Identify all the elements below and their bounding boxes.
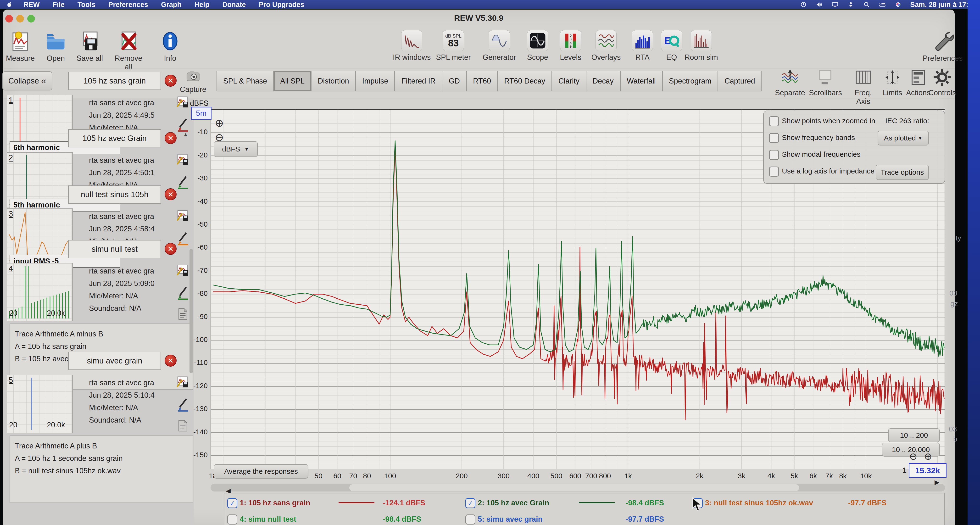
measurement-title: simu null test — [92, 245, 138, 254]
tab-all-spl[interactable]: All SPL — [274, 71, 311, 91]
save-graph-icon[interactable] — [176, 96, 191, 110]
zoom-out-icon[interactable]: ⊖ — [909, 451, 920, 462]
zoom-button[interactable] — [27, 15, 35, 22]
actions-icon — [909, 68, 928, 87]
option-checkbox[interactable] — [769, 167, 779, 177]
toolbar-button-levels[interactable]: 0369Levels — [550, 30, 591, 66]
save-graph-icon[interactable] — [176, 264, 191, 278]
legend-checkbox[interactable] — [227, 514, 237, 525]
toolbar-button-room-sim[interactable]: Room sim — [681, 30, 722, 66]
option-checkbox[interactable] — [769, 116, 779, 126]
legend-checkbox[interactable]: ✓ — [465, 498, 476, 508]
edit-pencil-icon[interactable] — [176, 397, 191, 412]
thumb-xmin-label: 20 — [9, 421, 28, 429]
legend-checkbox[interactable]: ✓ — [227, 498, 237, 508]
remove-measurement-button[interactable]: ✕ — [165, 188, 177, 200]
background-artifact-text: b — [953, 435, 957, 444]
x-axis-tick: 800 — [599, 472, 611, 480]
option-label: Use a log axis for impedance — [782, 167, 868, 176]
edit-pencil-icon[interactable] — [176, 117, 191, 132]
y-unit-dropdown[interactable]: dBFS ▼ — [214, 141, 258, 157]
x-axis-tick: 500 — [550, 472, 562, 480]
save-graph-icon[interactable] — [176, 153, 191, 167]
edit-pencil-icon[interactable] — [176, 231, 191, 245]
background-artifact-text: gz — [950, 299, 958, 308]
scroll-right-icon[interactable]: ▶ — [935, 479, 942, 486]
toolbar-button-ir-windows[interactable]: IR windows — [391, 30, 432, 66]
toolbar-button-open[interactable]: Open — [38, 30, 74, 66]
toolbar-label: Info — [164, 54, 177, 63]
edit-pencil-icon[interactable] — [176, 285, 191, 300]
info-icon — [159, 30, 181, 52]
graph-toolbar-freq-axis[interactable]: Freq. Axis — [851, 68, 876, 98]
average-responses-button[interactable]: Average the responses — [214, 464, 309, 479]
measurement-detail-line: rta sans et avec gra — [89, 379, 175, 389]
toolbar-button-info[interactable]: Info — [152, 30, 188, 66]
legend-checkbox[interactable] — [465, 514, 476, 525]
close-button[interactable] — [5, 15, 13, 22]
toolbar-button-generator[interactable]: Generator — [479, 30, 520, 66]
y-unit-value: dBFS — [222, 145, 240, 153]
minimize-button[interactable] — [16, 15, 24, 22]
toolbar-button-preferences[interactable]: Preferences — [919, 30, 967, 66]
graph-toolbar-separate[interactable]: Separate — [768, 68, 811, 98]
iec-ratio-dropdown[interactable]: As plotted ▼ — [878, 130, 929, 145]
tab-spl-phase[interactable]: SPL & Phase — [216, 71, 274, 91]
tab-decay[interactable]: Decay — [586, 71, 620, 91]
remove-measurement-button[interactable]: ✕ — [165, 75, 177, 87]
toolbar-button-measure[interactable]: Measure — [2, 30, 38, 66]
tab-rt60[interactable]: RT60 — [466, 71, 497, 91]
save-graph-icon[interactable] — [176, 376, 191, 390]
trace-options-button[interactable]: Trace options — [876, 165, 929, 180]
capture-button[interactable]: Capture — [178, 68, 208, 97]
tab-gd[interactable]: GD — [442, 71, 466, 91]
tab-captured[interactable]: Captured — [718, 71, 762, 91]
cursor-freq-readout: 15.32k — [909, 463, 947, 477]
toolbar-button-overlays[interactable]: Overlays — [586, 30, 626, 66]
toolbar-button-spl-meter[interactable]: dB SPL83SPL meter — [433, 30, 474, 66]
tab-waterfall[interactable]: Waterfall — [620, 71, 662, 91]
option-checkbox[interactable] — [769, 150, 779, 160]
notes-icon[interactable] — [176, 419, 191, 434]
graph-toolbar-limits[interactable]: Limits — [880, 68, 905, 98]
measurement-name-field[interactable]: 105 hz sans grain — [68, 72, 161, 90]
remove-measurement-button[interactable]: ✕ — [165, 355, 177, 367]
toolbar-button-save-all[interactable]: Save all — [72, 30, 108, 66]
tab-filtered-ir[interactable]: Filtered IR — [395, 71, 442, 91]
tab-rt60-decay[interactable]: RT60 Decay — [497, 71, 552, 91]
h-scrollbar-thumb[interactable] — [349, 484, 799, 491]
measurement-number: 4 — [9, 264, 18, 274]
tab-clarity[interactable]: Clarity — [552, 71, 586, 91]
collapse-button[interactable]: Collapse « — [2, 71, 52, 91]
tab-spectrogram[interactable]: Spectrogram — [662, 71, 718, 91]
toolbar-button-remove-all[interactable]: Remove all — [111, 30, 146, 66]
notes-icon[interactable] — [176, 307, 191, 322]
measurement-name-field[interactable]: null test sinus 105h — [68, 185, 161, 204]
capture-label: Capture — [180, 85, 206, 94]
tab-distortion[interactable]: Distortion — [311, 71, 356, 91]
measurement-name-field[interactable]: simu null test — [68, 240, 161, 258]
remove-measurement-button[interactable]: ✕ — [165, 243, 177, 255]
camera-icon — [183, 68, 203, 83]
remove-measurement-button[interactable]: ✕ — [165, 132, 177, 144]
graph-toolbar-scrollbars[interactable]: Scrollbars — [813, 68, 838, 98]
measurement-detail-line: Jun 28, 2025 5:09:0 — [89, 279, 175, 290]
measurement-title: null test sinus 105h — [81, 190, 149, 199]
edit-pencil-icon[interactable] — [176, 175, 191, 189]
smoothing-readout[interactable]: 5m — [191, 107, 212, 119]
legend-value: -97.7 dBFS — [848, 499, 886, 508]
toolbar-label: IR windows — [393, 53, 431, 62]
zoom-in-icon[interactable]: ⊕ — [924, 451, 935, 462]
zoom-in-icon[interactable]: ⊕ — [215, 117, 227, 129]
y-axis-tick: -40 — [189, 197, 208, 206]
measurement-name-field[interactable]: simu avec grain — [68, 352, 161, 370]
x-axis-tick: 200 — [456, 472, 468, 480]
tab-impulse[interactable]: Impulse — [356, 71, 395, 91]
freq-range-button-10-200[interactable]: 10 .. 200 — [888, 428, 940, 442]
measurement-name-field[interactable]: 105 hz avec Grain — [68, 129, 161, 147]
save-graph-icon[interactable] — [176, 209, 191, 224]
option-checkbox[interactable] — [769, 133, 779, 143]
graph-toolbar-actions[interactable]: Actions — [906, 68, 931, 98]
levels-icon: 0369 — [560, 30, 581, 51]
graph-toolbar-controls[interactable]: Controls — [930, 68, 955, 98]
